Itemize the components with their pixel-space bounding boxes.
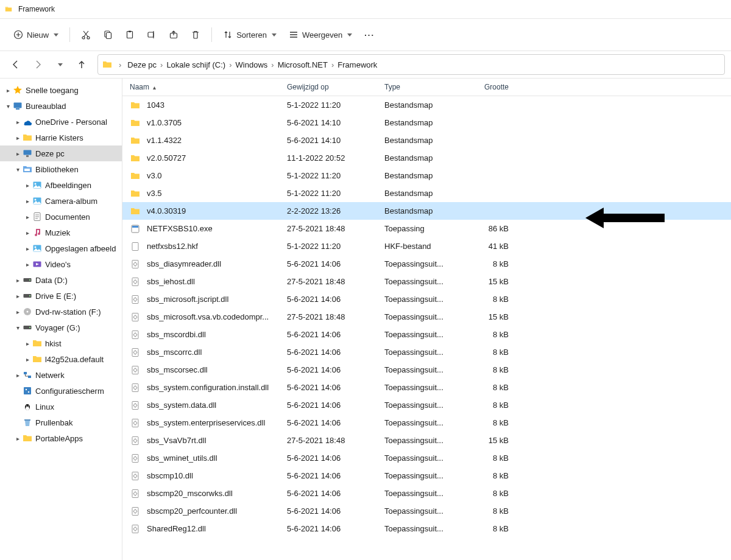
cut-button[interactable] [76, 24, 96, 45]
file-row[interactable]: sbs_mscorrc.dll5-6-2021 14:06Toepassings… [122, 343, 731, 361]
tree-item[interactable]: ▸Camera-album [0, 193, 122, 209]
file-row[interactable]: sbs_system.configuration.install.dll5-6-… [122, 379, 731, 396]
file-row[interactable]: v4.0.303192-2-2022 13:26Bestandsmap [122, 202, 731, 220]
file-row[interactable]: sbs_microsoft.jscript.dll5-6-2021 14:06T… [122, 290, 731, 308]
tree-item[interactable]: ▸Data (D:) [0, 272, 122, 288]
file-row[interactable]: sbscmp10.dll5-6-2021 14:06Toepassingsuit… [122, 467, 731, 485]
breadcrumb-item[interactable]: Lokale schijf (C:) [164, 59, 228, 71]
file-row[interactable]: netfxsbs12.hkf5-1-2022 11:20HKF-bestand4… [122, 237, 731, 255]
tree-item[interactable]: ▸Netwerk [0, 367, 122, 383]
column-name[interactable]: Naam▴ [122, 83, 280, 91]
file-row[interactable]: 10435-1-2022 11:20Bestandsmap [122, 96, 731, 114]
share-button[interactable] [164, 24, 183, 45]
more-button[interactable]: ··· [359, 24, 380, 45]
file-row[interactable]: v3.55-1-2022 11:20Bestandsmap [122, 184, 731, 202]
tree-item[interactable]: ▸Drive E (E:) [0, 288, 122, 304]
tree-item[interactable]: ▾Bureaublad [0, 98, 122, 114]
file-row[interactable]: sbs_iehost.dll27-5-2021 18:48Toepassings… [122, 273, 731, 290]
linux-icon [22, 401, 33, 412]
address-bar[interactable]: › Deze pc›Lokale schijf (C:)›Windows›Mic… [97, 54, 725, 75]
tree-item[interactable]: ▾Voyager (G:) [0, 320, 122, 335]
recent-button[interactable] [50, 55, 69, 74]
file-name: sbs_mscorrc.dll [147, 348, 202, 357]
tree-twisty[interactable]: ▾ [13, 166, 22, 173]
breadcrumb-item[interactable]: Deze pc [125, 59, 159, 71]
tree-item[interactable]: ▸Muziek [0, 225, 122, 240]
tree-twisty[interactable]: ▸ [23, 356, 32, 363]
file-row[interactable]: v1.1.43225-6-2021 14:10Bestandsmap [122, 131, 731, 149]
file-row[interactable]: sbs_microsoft.vsa.vb.codedompr...27-5-20… [122, 308, 731, 326]
up-button[interactable] [72, 55, 91, 74]
delete-button[interactable] [186, 24, 205, 45]
tree-item[interactable]: Configuratiescherm [0, 383, 122, 399]
file-row[interactable]: sbscmp20_perfcounter.dll5-6-2021 14:06To… [122, 502, 731, 520]
file-row[interactable]: sbscmp20_mscorwks.dll5-6-2021 14:06Toepa… [122, 485, 731, 502]
nav-tree[interactable]: ▸Snelle toegang▾Bureaublad▸OneDrive - Pe… [0, 79, 122, 560]
tree-item[interactable]: ▸Dvd-rw-station (F:) [0, 304, 122, 320]
file-row[interactable]: SharedReg12.dll5-6-2021 14:06Toepassings… [122, 520, 731, 537]
view-button[interactable]: Weergeven [284, 24, 357, 45]
copy-button[interactable] [98, 24, 118, 45]
tree-item[interactable]: ▸l42g52ua.default [0, 351, 122, 367]
tree-twisty[interactable]: ▸ [23, 340, 32, 347]
breadcrumb-item[interactable]: Microsoft.NET [275, 59, 330, 71]
column-type[interactable]: Type [377, 83, 459, 91]
back-button[interactable] [6, 55, 26, 74]
forward-button[interactable] [28, 55, 48, 74]
column-date[interactable]: Gewijzigd op [280, 83, 377, 91]
file-row[interactable]: sbs_mscordbi.dll5-6-2021 14:06Toepassing… [122, 326, 731, 343]
tree-item[interactable]: ▸Video's [0, 256, 122, 272]
tree-twisty[interactable]: ▸ [23, 214, 32, 220]
tree-item[interactable]: ▸Afbeeldingen [0, 177, 122, 193]
new-button[interactable]: Nieuw [9, 24, 63, 45]
file-row[interactable]: sbs_system.enterpriseservices.dll5-6-202… [122, 414, 731, 432]
file-row[interactable]: v1.0.37055-6-2021 14:10Bestandsmap [122, 114, 731, 131]
file-row[interactable]: sbs_mscorsec.dll5-6-2021 14:06Toepassing… [122, 361, 731, 379]
file-row[interactable]: v2.0.5072711-1-2022 20:52Bestandsmap [122, 149, 731, 167]
tree-twisty[interactable]: ▸ [13, 372, 22, 379]
file-list[interactable]: Naam▴ Gewijzigd op Type Grootte 10435-1-… [122, 79, 731, 560]
breadcrumb-item[interactable]: Windows [233, 59, 270, 71]
tree-twisty[interactable]: ▸ [13, 119, 22, 125]
tree-twisty[interactable]: ▸ [23, 261, 32, 268]
svg-rect-42 [132, 242, 138, 250]
tree-item[interactable]: ▸Documenten [0, 209, 122, 225]
file-row[interactable]: NETFXSBS10.exe27-5-2021 18:48Toepassing8… [122, 220, 731, 237]
tree-item[interactable]: ▸Opgeslagen afbeeld [0, 240, 122, 256]
arrow-left-icon [11, 60, 21, 69]
tree-item[interactable]: Prullenbak [0, 415, 122, 430]
tree-item[interactable]: ▸PortableApps [0, 430, 122, 446]
tree-twisty[interactable]: ▸ [13, 135, 22, 141]
file-row[interactable]: v3.05-1-2022 11:20Bestandsmap [122, 167, 731, 184]
tree-twisty[interactable]: ▸ [4, 87, 12, 94]
tree-item[interactable]: Linux [0, 399, 122, 415]
file-row[interactable]: sbs_wminet_utils.dll5-6-2021 14:06Toepas… [122, 449, 731, 467]
tree-twisty[interactable]: ▸ [23, 182, 32, 189]
tree-twisty[interactable]: ▸ [23, 245, 32, 252]
tree-twisty[interactable]: ▸ [13, 293, 22, 299]
tree-item[interactable]: ▸hkist [0, 335, 122, 351]
file-row[interactable]: sbs_VsaVb7rt.dll27-5-2021 18:48Toepassin… [122, 432, 731, 449]
file-row[interactable]: sbs_system.data.dll5-6-2021 14:06Toepass… [122, 396, 731, 414]
column-headers: Naam▴ Gewijzigd op Type Grootte [122, 79, 731, 96]
tree-twisty[interactable]: ▸ [13, 309, 22, 315]
tree-item[interactable]: ▸Deze pc [0, 145, 122, 161]
tree-twisty[interactable]: ▸ [13, 435, 22, 442]
tree-twisty[interactable]: ▸ [23, 198, 32, 205]
tree-twisty[interactable]: ▾ [4, 103, 12, 110]
breadcrumb-item[interactable]: Framework [335, 59, 380, 71]
tree-twisty[interactable]: ▸ [23, 229, 32, 236]
file-size: 15 kB [459, 436, 516, 445]
tree-item[interactable]: ▸OneDrive - Personal [0, 114, 122, 130]
column-size[interactable]: Grootte [459, 83, 516, 91]
tree-twisty[interactable]: ▸ [13, 150, 22, 157]
tree-twisty[interactable]: ▸ [13, 277, 22, 284]
tree-item[interactable]: ▸Snelle toegang [0, 82, 122, 98]
tree-twisty[interactable]: ▾ [13, 324, 22, 331]
rename-button[interactable] [142, 24, 161, 45]
paste-button[interactable] [120, 24, 139, 45]
file-row[interactable]: sbs_diasymreader.dll5-6-2021 14:06Toepas… [122, 255, 731, 273]
tree-item[interactable]: ▸Harrie Kisters [0, 130, 122, 145]
tree-item[interactable]: ▾Bibliotheken [0, 161, 122, 177]
sort-button[interactable]: Sorteren [218, 24, 281, 45]
